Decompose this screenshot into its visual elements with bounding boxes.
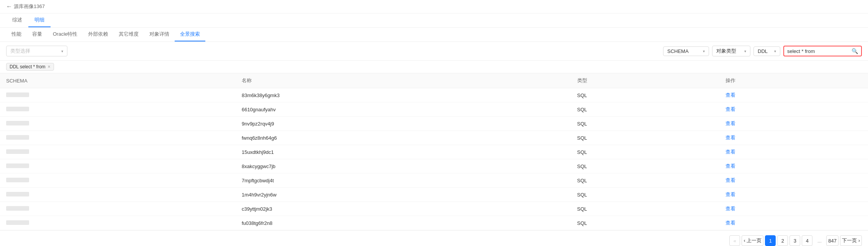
schema-chevron-icon: ▾ bbox=[703, 49, 705, 53]
object-type-select[interactable]: 对象类型 ▾ bbox=[712, 46, 750, 56]
right-filters: SCHEMA ▾ 对象类型 ▾ DDL ▾ 🔍 bbox=[663, 46, 862, 56]
cell-type-8: SQL bbox=[571, 202, 720, 216]
col-schema: SCHEMA bbox=[0, 73, 236, 88]
cell-name-3: fwnq6z8nh64g6 bbox=[236, 131, 571, 145]
cell-type-1: SQL bbox=[571, 102, 720, 117]
cell-type-4: SQL bbox=[571, 145, 720, 159]
cell-name-4: 15uxdtkhj9dc1 bbox=[236, 145, 571, 159]
sub-tab-capacity[interactable]: 容量 bbox=[27, 28, 47, 41]
cell-schema-9 bbox=[0, 216, 236, 230]
ddl-select[interactable]: DDL ▾ bbox=[753, 46, 780, 56]
action-link-4[interactable]: 查看 bbox=[726, 149, 735, 155]
tab-detail[interactable]: 明细 bbox=[28, 13, 51, 27]
pagination-page-2[interactable]: 2 bbox=[777, 235, 788, 246]
tag-row: DDL select * from × bbox=[0, 61, 868, 73]
pagination-last-page[interactable]: 847 bbox=[826, 235, 839, 246]
cell-schema-1 bbox=[0, 102, 236, 117]
sub-tab-object-detail[interactable]: 对象详情 bbox=[144, 28, 175, 41]
pagination-page-3[interactable]: 3 bbox=[789, 235, 800, 246]
action-link-8[interactable]: 查看 bbox=[726, 206, 735, 211]
schema-select[interactable]: SCHEMA ▾ bbox=[663, 46, 709, 56]
search-box: 🔍 bbox=[783, 46, 862, 56]
action-link-5[interactable]: 查看 bbox=[726, 163, 735, 169]
schema-placeholder-1 bbox=[6, 107, 29, 111]
action-link-6[interactable]: 查看 bbox=[726, 177, 735, 183]
type-select-placeholder: 类型选择 bbox=[10, 48, 30, 54]
data-table: SCHEMA 名称 类型 操作 83m6k38y6gmk3 SQL 查看 661… bbox=[0, 73, 868, 230]
sub-tabs: 性能 容量 Oracle特性 外部依赖 其它维度 对象详情 全景搜索 bbox=[0, 28, 868, 42]
pagination-page-4[interactable]: 4 bbox=[802, 235, 812, 246]
cell-schema-7 bbox=[0, 188, 236, 202]
table-row: c39yttjm02jk3 SQL 查看 bbox=[0, 202, 868, 216]
ddl-chevron-icon: ▾ bbox=[774, 49, 776, 53]
sub-tab-panorama[interactable]: 全景搜索 bbox=[175, 28, 205, 41]
tab-overview[interactable]: 综述 bbox=[6, 13, 28, 27]
pagination-first-button[interactable]: « bbox=[729, 235, 740, 246]
sub-tab-performance[interactable]: 性能 bbox=[6, 28, 27, 41]
schema-placeholder-6 bbox=[6, 178, 29, 182]
pagination: « ‹ 上一页 1 2 3 4 ... 847 下一页 › bbox=[0, 230, 868, 246]
table-row: 9nv9pz2rqv4j9 SQL 查看 bbox=[0, 117, 868, 131]
sub-tab-other[interactable]: 其它维度 bbox=[113, 28, 144, 41]
sub-tab-oracle[interactable]: Oracle特性 bbox=[47, 28, 83, 41]
schema-placeholder-2 bbox=[6, 121, 29, 125]
cell-name-9: fu038tg6fr2n8 bbox=[236, 216, 571, 230]
cell-action-5[interactable]: 查看 bbox=[719, 159, 868, 173]
cell-action-8[interactable]: 查看 bbox=[719, 202, 868, 216]
schema-placeholder-4 bbox=[6, 149, 29, 154]
schema-placeholder-9 bbox=[6, 220, 29, 225]
schema-placeholder-0 bbox=[6, 92, 29, 97]
table-row: fwnq6z8nh64g6 SQL 查看 bbox=[0, 131, 868, 145]
cell-type-5: SQL bbox=[571, 159, 720, 173]
cell-schema-4 bbox=[0, 145, 236, 159]
cell-action-1[interactable]: 查看 bbox=[719, 102, 868, 117]
table-row: 83m6k38y6gmk3 SQL 查看 bbox=[0, 88, 868, 102]
cell-name-5: 8xakcyggwc7jb bbox=[236, 159, 571, 173]
cell-type-2: SQL bbox=[571, 117, 720, 131]
cell-type-7: SQL bbox=[571, 188, 720, 202]
cell-name-7: 1m4h9vr2yjn6w bbox=[236, 188, 571, 202]
cell-schema-6 bbox=[0, 173, 236, 188]
back-arrow-icon: ← bbox=[6, 3, 12, 10]
pagination-prev-button[interactable]: ‹ 上一页 bbox=[742, 235, 763, 246]
cell-action-9[interactable]: 查看 bbox=[719, 216, 868, 230]
schema-placeholder-3 bbox=[6, 135, 29, 140]
page-title: 源库画像1367 bbox=[14, 3, 45, 10]
pagination-page-1[interactable]: 1 bbox=[765, 235, 776, 246]
tag-close-button[interactable]: × bbox=[48, 64, 51, 69]
cell-type-6: SQL bbox=[571, 173, 720, 188]
action-link-7[interactable]: 查看 bbox=[726, 192, 735, 197]
action-link-2[interactable]: 查看 bbox=[726, 121, 735, 126]
cell-action-0[interactable]: 查看 bbox=[719, 88, 868, 102]
action-link-0[interactable]: 查看 bbox=[726, 92, 735, 98]
schema-placeholder-7 bbox=[6, 192, 29, 196]
table-row: 6610gnaufyahv SQL 查看 bbox=[0, 102, 868, 117]
table-row: 15uxdtkhj9dc1 SQL 查看 bbox=[0, 145, 868, 159]
filter-row: 类型选择 ▾ SCHEMA ▾ 对象类型 ▾ DDL ▾ 🔍 bbox=[0, 42, 868, 61]
action-link-9[interactable]: 查看 bbox=[726, 220, 735, 226]
search-icon[interactable]: 🔍 bbox=[852, 48, 858, 54]
search-input[interactable] bbox=[787, 48, 852, 54]
table-header-row: SCHEMA 名称 类型 操作 bbox=[0, 73, 868, 88]
action-link-3[interactable]: 查看 bbox=[726, 135, 735, 140]
cell-action-4[interactable]: 查看 bbox=[719, 145, 868, 159]
cell-schema-8 bbox=[0, 202, 236, 216]
cell-name-0: 83m6k38y6gmk3 bbox=[236, 88, 571, 102]
back-button[interactable]: ← 源库画像1367 bbox=[6, 3, 45, 10]
action-link-1[interactable]: 查看 bbox=[726, 106, 735, 112]
cell-action-3[interactable]: 查看 bbox=[719, 131, 868, 145]
pagination-dots: ... bbox=[814, 235, 825, 246]
cell-schema-3 bbox=[0, 131, 236, 145]
table-container: SCHEMA 名称 类型 操作 83m6k38y6gmk3 SQL 查看 661… bbox=[0, 73, 868, 230]
pagination-next-button[interactable]: 下一页 › bbox=[840, 235, 862, 246]
schema-select-label: SCHEMA bbox=[667, 48, 689, 54]
cell-action-6[interactable]: 查看 bbox=[719, 173, 868, 188]
table-row: fu038tg6fr2n8 SQL 查看 bbox=[0, 216, 868, 230]
cell-action-2[interactable]: 查看 bbox=[719, 117, 868, 131]
sub-tab-external[interactable]: 外部依赖 bbox=[83, 28, 113, 41]
type-select[interactable]: 类型选择 ▾ bbox=[6, 46, 67, 56]
cell-name-2: 9nv9pz2rqv4j9 bbox=[236, 117, 571, 131]
cell-name-1: 6610gnaufyahv bbox=[236, 102, 571, 117]
table-row: 1m4h9vr2yjn6w SQL 查看 bbox=[0, 188, 868, 202]
cell-action-7[interactable]: 查看 bbox=[719, 188, 868, 202]
